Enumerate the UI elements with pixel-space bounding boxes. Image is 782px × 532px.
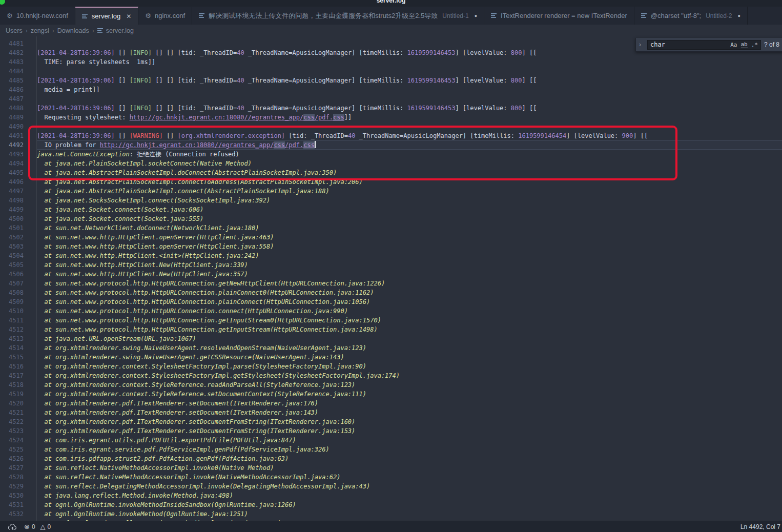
breadcrumb-item-downloads[interactable]: Downloads bbox=[57, 27, 89, 34]
log-line[interactable]: 4493java.net.ConnectException: 拒绝连接 (Con… bbox=[0, 150, 782, 159]
log-line[interactable]: 4510 at sun.net.www.protocol.http.HttpUR… bbox=[0, 306, 782, 316]
log-line[interactable]: 4516 at org.xhtmlrenderer.context.Styles… bbox=[0, 362, 782, 371]
log-line[interactable]: 4502 at sun.net.www.http.HttpClient.open… bbox=[0, 233, 782, 242]
tab-suffix: Untitled-1 bbox=[442, 12, 468, 19]
line-number: 4513 bbox=[0, 334, 24, 343]
tab-5[interactable]: ITextRenderer renderer = new ITextRender bbox=[484, 7, 634, 25]
log-line[interactable]: 4485[2021-04-28T16:39:06] [] [INFO] [] [… bbox=[0, 76, 782, 85]
log-line[interactable]: 4521 at org.xhtmlrenderer.pdf.ITextRende… bbox=[0, 408, 782, 417]
log-line[interactable]: 4503 at sun.net.www.http.HttpClient.open… bbox=[0, 242, 782, 251]
line-text: at sun.net.www.http.HttpClient.openServe… bbox=[37, 242, 782, 251]
log-line[interactable]: 4498 at java.net.SocksSocketImpl.connect… bbox=[0, 196, 782, 205]
modified-dot-icon: ● bbox=[475, 13, 477, 18]
log-line[interactable]: 4511 at sun.net.www.protocol.http.HttpUR… bbox=[0, 316, 782, 325]
line-number: 4532 bbox=[0, 509, 24, 519]
tab-4[interactable]: 解决测试环境无法上传文件的问题，主要由金蝶服务器和struts2升级至2.5导致… bbox=[192, 7, 484, 25]
line-text: at sun.net.www.protocol.http.HttpURLConn… bbox=[37, 279, 782, 288]
log-line[interactable]: 4514 at org.xhtmlrenderer.swing.NaiveUse… bbox=[0, 343, 782, 353]
log-line[interactable]: 4491[2021-04-28T16:39:06] [] [WARNING] [… bbox=[0, 131, 782, 140]
log-line[interactable]: 4488[2021-04-28T16:39:06] [] [INFO] [] [… bbox=[0, 104, 782, 113]
line-text: IO problem for http://gc.hnkjt.egrant.cn… bbox=[37, 140, 782, 150]
log-line[interactable]: 4495 at java.net.AbstractPlainSocketImpl… bbox=[0, 168, 782, 177]
line-number: 4498 bbox=[0, 196, 24, 205]
line-number: 4519 bbox=[0, 390, 24, 399]
log-line[interactable]: 4504 at sun.net.www.http.HttpClient.<ini… bbox=[0, 251, 782, 260]
whole-word-button[interactable]: ab bbox=[741, 41, 748, 48]
problems-indicator[interactable]: ⊗ 0 △ 0 bbox=[24, 523, 51, 530]
log-line[interactable]: 4522 at org.xhtmlrenderer.pdf.ITextRende… bbox=[0, 417, 782, 426]
log-line[interactable]: 4484 bbox=[0, 67, 782, 76]
line-number: 4506 bbox=[0, 270, 24, 279]
breadcrumb-separator-icon: › bbox=[26, 27, 28, 34]
breadcrumb-item-users[interactable]: Users bbox=[6, 27, 23, 34]
log-line[interactable]: 4508 at sun.net.www.protocol.http.HttpUR… bbox=[0, 288, 782, 297]
error-icon: ⊗ bbox=[24, 523, 30, 530]
log-line[interactable]: 4500 at java.net.Socket.connect(Socket.j… bbox=[0, 214, 782, 223]
log-line[interactable]: 4512 at sun.net.www.protocol.http.HttpUR… bbox=[0, 325, 782, 334]
line-text: at org.xhtmlrenderer.pdf.ITextRenderer.s… bbox=[37, 426, 782, 436]
log-line[interactable]: 4497 at java.net.AbstractPlainSocketImpl… bbox=[0, 187, 782, 196]
log-line[interactable]: 4525 at com.iris.egrant.service.pdf.PdfS… bbox=[0, 445, 782, 454]
log-line[interactable]: 4501 at sun.net.NetworkClient.doConnect(… bbox=[0, 223, 782, 233]
log-line[interactable]: 4494 at java.net.PlainSocketImpl.socketC… bbox=[0, 159, 782, 168]
line-text: at sun.reflect.NativeMethodAccessorImpl.… bbox=[37, 463, 782, 473]
line-text bbox=[37, 122, 782, 131]
log-line[interactable]: 4506 at sun.net.www.http.HttpClient.New(… bbox=[0, 270, 782, 279]
log-line[interactable]: 4530 at java.lang.reflect.Method.invoke(… bbox=[0, 491, 782, 500]
breadcrumb-separator-icon: › bbox=[92, 27, 94, 34]
line-number: 4527 bbox=[0, 463, 24, 473]
log-line[interactable]: 4483 TIME: parse stylesheets 1ms]] bbox=[0, 57, 782, 67]
log-line[interactable]: 4486 media = print]] bbox=[0, 85, 782, 94]
log-line[interactable]: 4513 at java.net.URL.openStream(URL.java… bbox=[0, 334, 782, 343]
log-line[interactable]: 4499 at java.net.Socket.connect(Socket.j… bbox=[0, 205, 782, 214]
line-text: Requesting stylesheet: http://gc.hnkjt.e… bbox=[37, 113, 782, 122]
line-number: 4509 bbox=[0, 297, 24, 306]
log-line[interactable]: 4527 at sun.reflect.NativeMethodAccessor… bbox=[0, 463, 782, 473]
line-number: 4507 bbox=[0, 279, 24, 288]
tab-2[interactable]: server.log✕ bbox=[75, 7, 138, 25]
sync-status[interactable] bbox=[8, 524, 17, 530]
file-icon bbox=[97, 28, 104, 33]
log-line[interactable]: 4531 at ognl.OgnlRuntime.invokeMethodIns… bbox=[0, 500, 782, 509]
log-line[interactable]: 4529 at sun.reflect.DelegatingMethodAcce… bbox=[0, 482, 782, 491]
log-line[interactable]: 4528 at sun.reflect.NativeMethodAccessor… bbox=[0, 473, 782, 482]
log-line[interactable]: 4526 at com.iris.pdfapp.strust2.pdf.PdfA… bbox=[0, 454, 782, 463]
line-number: 4521 bbox=[0, 408, 24, 417]
log-line[interactable]: 4515 at org.xhtmlrenderer.swing.NaiveUse… bbox=[0, 353, 782, 362]
log-line[interactable]: 4518 at org.xhtmlrenderer.context.StyleR… bbox=[0, 380, 782, 390]
log-line[interactable]: 4492 IO problem for http://gc.hnkjt.egra… bbox=[0, 140, 782, 150]
file-icon bbox=[199, 13, 205, 18]
find-input[interactable]: char bbox=[650, 41, 727, 48]
log-line[interactable]: 4507 at sun.net.www.protocol.http.HttpUR… bbox=[0, 279, 782, 288]
log-line[interactable]: 4520 at org.xhtmlrenderer.pdf.ITextRende… bbox=[0, 399, 782, 408]
breadcrumb-label: server.log bbox=[106, 27, 134, 34]
line-number: 4500 bbox=[0, 214, 24, 223]
tab-1[interactable]: ⚙10.hnkjt-new.conf bbox=[0, 7, 75, 25]
toggle-replace-icon[interactable]: › bbox=[639, 41, 644, 48]
editor[interactable]: 44814482[2021-04-28T16:39:06] [] [INFO] … bbox=[0, 36, 782, 521]
log-line[interactable]: 4517 at org.xhtmlrenderer.context.Styles… bbox=[0, 371, 782, 380]
log-line[interactable]: 4523 at org.xhtmlrenderer.pdf.ITextRende… bbox=[0, 426, 782, 436]
line-number: 4501 bbox=[0, 223, 24, 233]
log-line[interactable]: 4490 bbox=[0, 122, 782, 131]
tab-3[interactable]: ⚙nginx.conf bbox=[138, 7, 192, 25]
tab-6[interactable]: @charset "utf-8";Untitled-2● bbox=[634, 7, 748, 25]
line-number: 4499 bbox=[0, 205, 24, 214]
log-line[interactable]: 4519 at org.xhtmlrenderer.context.StyleR… bbox=[0, 390, 782, 399]
cursor-position[interactable]: Ln 4492, Col 7 bbox=[740, 523, 780, 530]
breadcrumb-item-zengsl[interactable]: zengsl bbox=[31, 27, 49, 34]
tab-label: @charset "utf-8"; bbox=[651, 12, 701, 19]
log-line[interactable]: 4487 bbox=[0, 94, 782, 104]
log-line[interactable]: 4532 at ognl.OgnlRuntime.invokeMethod(Og… bbox=[0, 509, 782, 519]
breadcrumb-item-server-log[interactable]: server.log bbox=[97, 27, 134, 34]
regex-button[interactable]: .* bbox=[751, 42, 758, 48]
match-case-button[interactable]: Aa bbox=[730, 42, 737, 48]
line-number: 4528 bbox=[0, 473, 24, 482]
log-line[interactable]: 4505 at sun.net.www.http.HttpClient.New(… bbox=[0, 260, 782, 270]
log-line[interactable]: 4509 at sun.net.www.protocol.http.HttpUR… bbox=[0, 297, 782, 306]
line-text: at org.xhtmlrenderer.context.StyleRefere… bbox=[37, 390, 782, 399]
log-line[interactable]: 4496 at java.net.AbstractPlainSocketImpl… bbox=[0, 177, 782, 187]
close-icon[interactable]: ✕ bbox=[126, 13, 131, 20]
log-line[interactable]: 4524 at com.iris.egrant.utils.pdf.PDFUti… bbox=[0, 436, 782, 445]
log-line[interactable]: 4489 Requesting stylesheet: http://gc.hn… bbox=[0, 113, 782, 122]
